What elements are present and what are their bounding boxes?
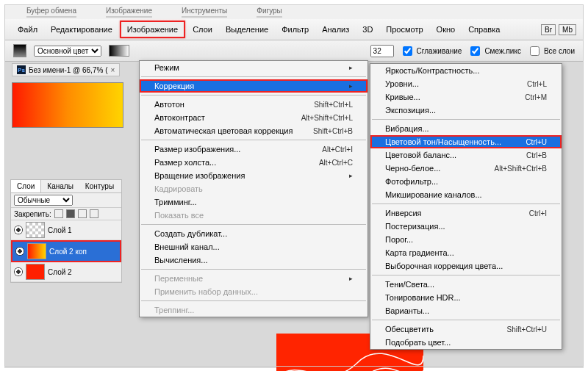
menu-select[interactable]: Выделение — [220, 22, 274, 37]
tab-clipboard[interactable]: Буфер обмена — [26, 7, 76, 18]
tab-layers[interactable]: Слои — [11, 180, 41, 192]
layer-name: Слой 2 коп — [49, 248, 87, 256]
layer-row-2-selected[interactable]: Слой 2 коп — [11, 240, 121, 262]
layer-row-1[interactable]: Слой 1 — [11, 220, 121, 240]
menu-item-color-balance[interactable]: Цветовой баланс...Ctrl+B — [370, 148, 562, 162]
menu-view[interactable]: Просмотр — [380, 22, 429, 37]
visibility-icon[interactable] — [15, 247, 24, 256]
swatch-icon[interactable] — [109, 45, 129, 57]
menu-item-trim[interactable]: Тримминг... — [140, 195, 368, 209]
close-icon[interactable]: × — [110, 66, 115, 74]
menu-item-canvas-size[interactable]: Размер холста...Alt+Ctrl+C — [140, 156, 368, 169]
menu-help[interactable]: Справка — [462, 22, 506, 37]
document-canvas[interactable] — [12, 82, 123, 128]
layer-row-3[interactable]: Слой 2 — [11, 262, 121, 282]
menu-image[interactable]: Изображение — [120, 21, 185, 38]
layers-panel: Слои Каналы Контуры Обычные Закрепить: С… — [10, 179, 122, 283]
layer-name: Слой 2 — [48, 268, 72, 276]
menu-file[interactable]: Файл — [12, 22, 43, 37]
menu-3d[interactable]: 3D — [356, 22, 379, 37]
visibility-icon[interactable] — [14, 267, 23, 276]
lock-all-icon[interactable] — [90, 209, 98, 218]
menu-item-exposure[interactable]: Экспозиция... — [370, 104, 562, 117]
menu-item-image-size[interactable]: Размер изображения...Alt+Ctrl+I — [140, 143, 368, 156]
menu-item-brightness-contrast[interactable]: Яркость/Контрастность... — [370, 64, 562, 77]
menu-item-selective-color[interactable]: Выборочная коррекция цвета... — [370, 259, 562, 273]
gradient-swatch[interactable] — [13, 44, 26, 57]
menu-item-hue-saturation[interactable]: Цветовой тон/Насыщенность...Ctrl+U — [370, 135, 562, 148]
menu-item-reveal-all: Показать все — [140, 209, 368, 222]
menu-item-adjustments[interactable]: Коррекция — [140, 79, 368, 93]
menu-item-shadows-highlights[interactable]: Тени/Света... — [370, 278, 562, 291]
options-bar: Основной цвет Сглаживание Смеж.пикс Все … — [4, 40, 584, 62]
menu-item-threshold[interactable]: Порог... — [370, 233, 562, 246]
menu-item-variations[interactable]: Варианты... — [370, 304, 562, 317]
menu-item-desaturate[interactable]: ОбесцветитьShift+Ctrl+U — [370, 323, 562, 336]
contiguous-checkbox[interactable]: Смеж.пикс — [467, 44, 521, 58]
menu-item-levels[interactable]: Уровни...Ctrl+L — [370, 77, 562, 90]
lock-position-icon[interactable] — [78, 209, 87, 218]
menu-item-posterize[interactable]: Постеризация... — [370, 220, 562, 233]
menu-item-calculations[interactable]: Вычисления... — [140, 253, 368, 267]
menu-item-vibrance[interactable]: Вибрация... — [370, 122, 562, 135]
antialias-checkbox[interactable]: Сглаживание — [400, 44, 462, 58]
ps-icon: Ps — [17, 65, 26, 74]
document-title: Без имени-1 @ 66,7% ( — [29, 66, 107, 74]
menu-item-channel-mixer[interactable]: Микширование каналов... — [370, 188, 562, 201]
menu-item-apply-image[interactable]: Внешний канал... — [140, 240, 368, 253]
adjustments-submenu: Яркость/Контрастность... Уровни...Ctrl+L… — [370, 63, 562, 350]
menu-item-photo-filter[interactable]: Фотофильтр... — [370, 175, 562, 188]
lock-label: Закрепить: — [14, 210, 51, 218]
menu-item-black-white[interactable]: Черно-белое...Alt+Shift+Ctrl+B — [370, 162, 562, 175]
menu-item-crop: Кадрировать — [140, 182, 368, 195]
tab-paths[interactable]: Контуры — [79, 180, 120, 192]
menu-window[interactable]: Окно — [431, 22, 462, 37]
menu-item-curves[interactable]: Кривые...Ctrl+M — [370, 90, 562, 104]
layer-thumb — [26, 222, 45, 238]
layer-thumb — [27, 243, 46, 259]
menu-item-duplicate[interactable]: Создать дубликат... — [140, 227, 368, 240]
menu-item-autotone[interactable]: АвтотонShift+Ctrl+L — [140, 98, 368, 111]
visibility-icon[interactable] — [14, 226, 23, 234]
menu-item-hdr-toning[interactable]: Тонирование HDR... — [370, 291, 562, 304]
image-menu-dropdown: Режим Коррекция АвтотонShift+Ctrl+L Авто… — [139, 60, 368, 317]
tab-image[interactable]: Изображение — [106, 7, 152, 18]
menu-item-autocolor[interactable]: Автоматическая цветовая коррекцияShift+C… — [140, 124, 368, 137]
menu-item-match-color[interactable]: Подобрать цвет... — [370, 336, 562, 349]
tolerance-input[interactable] — [370, 45, 394, 57]
menu-item-mode[interactable]: Режим — [140, 61, 368, 74]
layer-thumb — [26, 264, 45, 280]
app-tab-bar: Буфер обмена Изображение Инструменты Фиг… — [4, 4, 584, 19]
lock-pixels-icon[interactable] — [66, 209, 75, 218]
menu-item-apply-dataset: Применить набор данных... — [140, 285, 368, 298]
main-menu-bar: Файл Редактирование Изображение Слои Выд… — [4, 19, 584, 40]
menu-item-autocontrast[interactable]: АвтоконтрастAlt+Shift+Ctrl+L — [140, 111, 368, 124]
bridge-button[interactable]: Br — [541, 24, 556, 35]
menu-analysis[interactable]: Анализ — [316, 22, 355, 37]
all-layers-checkbox[interactable]: Все слои — [527, 44, 575, 58]
minibridge-button[interactable]: Mb — [559, 24, 576, 35]
menu-item-rotate[interactable]: Вращение изображения — [140, 169, 368, 182]
menu-filter[interactable]: Фильтр — [276, 22, 315, 37]
tab-channels[interactable]: Каналы — [41, 180, 79, 192]
menu-item-invert[interactable]: ИнверсияCtrl+I — [370, 206, 562, 220]
tab-shapes[interactable]: Фигуры — [257, 7, 282, 18]
menu-item-variables: Переменные — [140, 272, 368, 285]
layer-name: Слой 1 — [48, 226, 72, 234]
menu-item-gradient-map[interactable]: Карта градиента... — [370, 246, 562, 259]
mode-select[interactable]: Основной цвет — [34, 46, 101, 57]
lock-transparency-icon[interactable] — [54, 209, 63, 218]
menu-layer[interactable]: Слои — [187, 22, 218, 37]
menu-edit[interactable]: Редактирование — [45, 22, 118, 37]
tab-tools[interactable]: Инструменты — [182, 7, 227, 18]
blend-mode-select[interactable]: Обычные — [14, 195, 73, 206]
document-tab[interactable]: Ps Без имени-1 @ 66,7% ( × — [12, 63, 120, 76]
menu-item-trap: Треппинг... — [140, 303, 368, 317]
